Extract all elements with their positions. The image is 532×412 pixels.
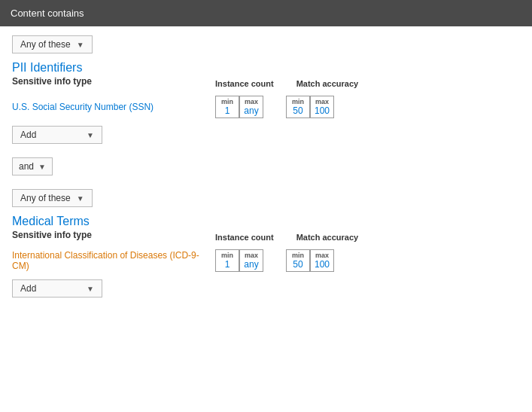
- section1-instance-max-value: any: [244, 105, 258, 116]
- section1-instance-max-label: max: [245, 98, 258, 105]
- section1-subtitle: Sensitive info type: [12, 76, 208, 87]
- section1-any-of-these-dropdown[interactable]: Any of these ▼: [12, 35, 93, 53]
- section2-instance-max-label: max: [245, 252, 258, 259]
- section1-accuracy-max-label: max: [315, 98, 329, 105]
- section1-item-name[interactable]: U.S. Social Security Number (SSN): [12, 102, 208, 112]
- and-connector-dropdown[interactable]: and ▼: [12, 157, 53, 175]
- section1-match-accuracy-label: Match accuracy: [296, 79, 359, 88]
- section2-item-name[interactable]: International Classification of Diseases…: [12, 250, 208, 271]
- section1-instance-max-box[interactable]: max any: [239, 96, 263, 118]
- section1-match-accuracy-group: min 50 max 100: [286, 96, 334, 118]
- section2-subtitle: Sensitive info type: [12, 230, 208, 240]
- section1-instance-min-value: 1: [225, 105, 230, 116]
- section2-instance-min-label: min: [221, 252, 233, 259]
- section2-accuracy-max-value: 100: [315, 259, 330, 270]
- section1-instance-min-box[interactable]: min 1: [215, 96, 239, 118]
- and-arrow-icon: ▼: [38, 163, 46, 171]
- section2-row: International Classification of Diseases…: [12, 249, 520, 272]
- section2-dropdown-label: Any of these: [20, 193, 71, 203]
- section1-accuracy-min-value: 50: [293, 105, 302, 116]
- section2-instance-min-box[interactable]: min 1: [215, 249, 239, 272]
- section2: Any of these ▼ Medical Terms Sensitive i…: [12, 189, 520, 298]
- section2-accuracy-min-box[interactable]: min 50: [286, 249, 310, 272]
- section1-dropdown-label: Any of these: [20, 39, 71, 50]
- section2-instance-max-value: any: [244, 259, 258, 270]
- section1: Any of these ▼ PII Identifiers Sensitive…: [12, 35, 520, 144]
- header-title: Content contains: [11, 8, 84, 19]
- section1-accuracy-min-box[interactable]: min 50: [286, 96, 310, 118]
- section1-accuracy-min-label: min: [292, 98, 304, 105]
- section1-add-button[interactable]: Add ▼: [12, 126, 102, 144]
- section1-title: PII Identifiers: [12, 61, 520, 75]
- section1-instance-count-label: Instance count: [215, 79, 274, 88]
- section1-dropdown-arrow-icon: ▼: [77, 41, 84, 49]
- section2-accuracy-max-label: max: [315, 252, 329, 259]
- section2-any-of-these-dropdown[interactable]: Any of these ▼: [12, 189, 93, 207]
- section2-match-accuracy-group: min 50 max 100: [286, 249, 334, 272]
- section2-match-accuracy-label: Match accuracy: [296, 233, 359, 242]
- connector-section: and ▼: [12, 147, 520, 186]
- section1-add-arrow-icon: ▼: [87, 131, 94, 139]
- header: Content contains: [0, 0, 532, 26]
- section2-instance-max-box[interactable]: max any: [239, 249, 263, 272]
- section2-title: Medical Terms: [12, 215, 520, 228]
- section2-add-arrow-icon: ▼: [87, 285, 94, 293]
- section2-add-button[interactable]: Add ▼: [12, 279, 102, 298]
- section2-accuracy-max-box[interactable]: max 100: [310, 249, 334, 272]
- section2-accuracy-min-value: 50: [293, 259, 302, 270]
- section2-accuracy-min-label: min: [292, 252, 304, 259]
- and-connector-label: and: [19, 161, 34, 172]
- section1-instance-min-label: min: [221, 98, 233, 105]
- section1-add-label: Add: [20, 130, 36, 140]
- section2-add-label: Add: [20, 283, 36, 294]
- section2-instance-count-group: min 1 max any: [215, 249, 263, 272]
- section1-row: U.S. Social Security Number (SSN) min 1 …: [12, 96, 520, 118]
- section1-accuracy-max-value: 100: [315, 105, 330, 116]
- section2-dropdown-arrow-icon: ▼: [77, 194, 84, 203]
- section2-instance-min-value: 1: [225, 259, 230, 270]
- section2-instance-count-label: Instance count: [215, 233, 274, 242]
- section1-accuracy-max-box[interactable]: max 100: [310, 96, 334, 118]
- section1-instance-count-group: min 1 max any: [215, 96, 263, 118]
